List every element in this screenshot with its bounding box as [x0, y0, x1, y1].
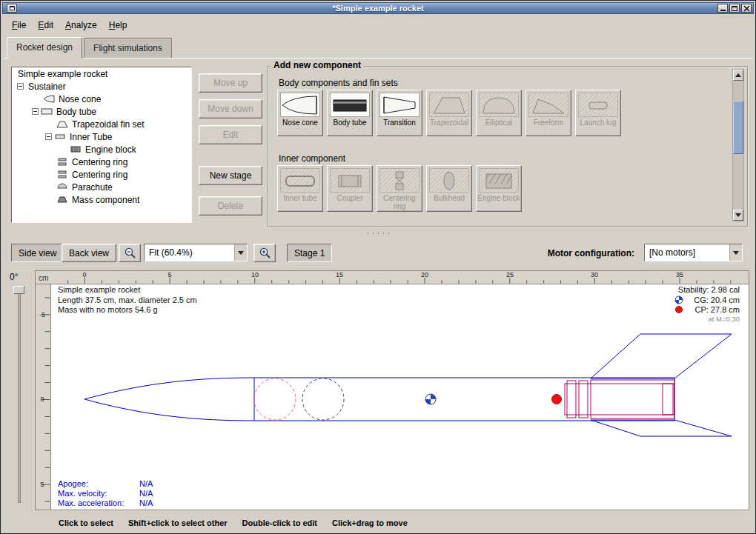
add-component-title: Add new component — [271, 60, 364, 70]
tree-row-body-tube[interactable]: Body tube — [12, 105, 191, 118]
add-trapezoidal-fin-button[interactable]: Trapezoidal — [426, 90, 472, 136]
tree-row-parachute[interactable]: Parachute — [12, 181, 191, 193]
motor-configuration-select[interactable]: [No motors] — [644, 244, 743, 261]
add-nose-cone-button[interactable]: Nose cone — [277, 90, 323, 136]
engine-block-shape[interactable] — [663, 384, 673, 415]
add-centering-ring-button[interactable]: Centering ring — [377, 165, 422, 212]
stage-1-toggle[interactable]: Stage 1 — [287, 244, 332, 262]
close-icon — [743, 5, 750, 12]
zoom-select[interactable]: Fit (60.4%) — [144, 244, 248, 261]
add-engine-block-button[interactable]: Engine block — [476, 165, 522, 212]
trapezoidal-fin-icon — [429, 93, 469, 117]
svg-text:15: 15 — [336, 271, 343, 278]
scrollbar-down-button[interactable] — [733, 210, 743, 221]
rotation-slider-handle[interactable] — [13, 286, 24, 294]
tab-flight-simulations[interactable]: Flight simulations — [84, 38, 172, 58]
edit-button[interactable]: Edit — [199, 125, 262, 144]
palette-scrollbar[interactable] — [732, 69, 744, 221]
minimize-button[interactable] — [717, 4, 728, 13]
rocket-body-outline[interactable] — [84, 378, 674, 421]
tree-row-rocket[interactable]: Simple example rocket — [12, 67, 191, 80]
cg-legend-icon — [675, 296, 683, 304]
tree-label: Engine block — [83, 144, 136, 155]
tree-row-fin-set[interactable]: Trapezoidal fin set — [12, 118, 191, 130]
fin-set-icon — [56, 120, 68, 128]
scrollbar-thumb[interactable] — [733, 101, 743, 154]
tree-row-engine-block[interactable]: Engine block — [12, 143, 191, 156]
minimize-icon — [720, 10, 726, 11]
new-stage-button[interactable]: New stage — [199, 166, 262, 185]
add-inner-tube-button[interactable]: Inner tube — [277, 165, 323, 212]
add-elliptical-fin-button[interactable]: Elliptical — [476, 90, 522, 136]
svg-text:35: 35 — [676, 271, 683, 278]
rotation-slider[interactable] — [18, 289, 21, 503]
window-menu-button[interactable] — [7, 4, 17, 13]
view-toolbar: Side view Back view Fit (60.4%) Stage 1 … — [3, 241, 753, 265]
close-button[interactable] — [741, 4, 752, 13]
tree-row-nose-cone[interactable]: Nose cone — [12, 93, 191, 105]
move-up-button[interactable]: Move up — [199, 73, 262, 93]
fin-tab-shape[interactable] — [591, 380, 674, 418]
menu-analyze[interactable]: Analyze — [59, 18, 103, 33]
inner-tube-shape[interactable] — [565, 384, 674, 415]
tree-row-centering-ring-2[interactable]: Centering ring — [12, 168, 191, 181]
tree-expander-icon[interactable] — [32, 108, 39, 115]
split-pane-divider[interactable] — [3, 227, 753, 239]
tree-expander-icon[interactable] — [45, 133, 52, 140]
tab-rocket-design[interactable]: Rocket design — [7, 37, 82, 59]
rocket-canvas[interactable]: cm 0 5 10 15 20 25 30 35 -5 0 5 — [35, 270, 749, 510]
tree-label: Centering ring — [70, 157, 127, 167]
add-freeform-fin-button[interactable]: Freeform — [525, 90, 571, 136]
zoom-out-button[interactable] — [119, 244, 141, 262]
body-components-section-label: Body components and fin sets — [279, 78, 398, 88]
tree-expander-icon[interactable] — [17, 83, 24, 90]
mass-component-shape[interactable] — [302, 378, 344, 420]
tree-row-sustainer[interactable]: Sustainer — [12, 80, 191, 93]
zoom-out-icon — [124, 247, 136, 259]
menu-edit[interactable]: Edit — [32, 18, 59, 33]
window-menu-icon — [10, 6, 15, 10]
cp-legend-icon — [676, 307, 683, 313]
body-tube-icon — [330, 93, 370, 117]
tree-label: Body tube — [54, 107, 96, 117]
maximize-button[interactable] — [729, 4, 740, 13]
mass-component-icon — [56, 196, 68, 204]
zoom-select-value: Fit (60.4%) — [145, 244, 234, 261]
add-transition-button[interactable]: Transition — [377, 90, 422, 136]
zoom-in-button[interactable] — [253, 244, 276, 262]
move-down-button[interactable]: Move down — [199, 99, 262, 119]
add-component-group: Add new component Body components and fi… — [268, 60, 749, 227]
window-title: *Simple example rocket — [3, 3, 753, 13]
fin-shape-bottom[interactable] — [591, 420, 732, 436]
menubar: File Edit Analyze Help — [3, 16, 753, 34]
menu-file[interactable]: File — [6, 18, 32, 33]
inner-component-section-label: Inner component — [279, 153, 345, 164]
tree-row-centering-ring-1[interactable]: Centering ring — [12, 156, 191, 168]
fin-shape-top[interactable] — [591, 334, 732, 378]
tree-row-inner-tube[interactable]: Inner Tube — [12, 130, 191, 143]
svg-text:5: 5 — [168, 271, 171, 278]
centering-ring-shape-1[interactable] — [567, 381, 576, 418]
tree-label: Centering ring — [70, 170, 127, 180]
delete-button[interactable]: Delete — [199, 196, 262, 216]
svg-text:CP: 27.8 cm: CP: 27.8 cm — [694, 305, 740, 314]
add-body-tube-button[interactable]: Body tube — [327, 90, 373, 136]
component-tree[interactable]: Simple example rocket Sustainer Nose con… — [11, 67, 192, 223]
scrollbar-up-button[interactable] — [733, 70, 743, 81]
svg-text:30: 30 — [591, 271, 598, 278]
menu-help[interactable]: Help — [103, 18, 133, 33]
svg-text:Max. velocity:: Max. velocity: — [58, 489, 107, 498]
svg-text:25: 25 — [506, 271, 514, 278]
add-launch-lug-button[interactable]: Launch lug — [575, 90, 621, 136]
svg-text:5: 5 — [40, 481, 44, 488]
add-coupler-button[interactable]: Coupler — [327, 165, 373, 212]
side-view-button[interactable]: Side view — [11, 244, 64, 262]
back-view-button[interactable]: Back view — [62, 244, 116, 262]
parachute-shape[interactable] — [254, 378, 296, 420]
centering-ring-shape-2[interactable] — [579, 381, 588, 418]
status-hint: Click+drag to move — [332, 518, 408, 527]
motor-configuration-value: [No motors] — [645, 244, 729, 261]
titlebar[interactable]: *Simple example rocket — [2, 2, 754, 14]
add-bulkhead-button[interactable]: Bulkhead — [426, 165, 472, 212]
tree-row-mass-component[interactable]: Mass component — [12, 193, 191, 206]
